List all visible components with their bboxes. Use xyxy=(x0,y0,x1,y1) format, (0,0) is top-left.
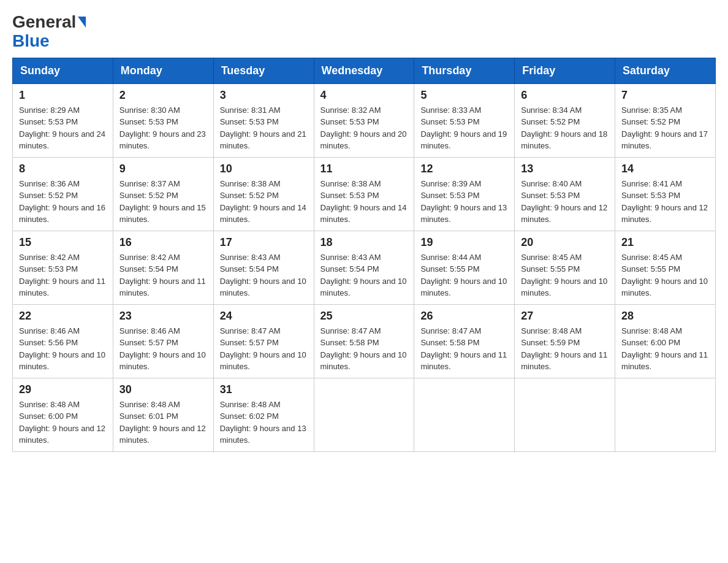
day-info: Sunrise: 8:45 AM Sunset: 5:55 PM Dayligh… xyxy=(621,251,709,299)
day-cell-12: 12 Sunrise: 8:39 AM Sunset: 5:53 PM Dayl… xyxy=(414,157,515,231)
header-tuesday: Tuesday xyxy=(213,58,314,83)
daylight-text: Daylight: 9 hours and 14 minutes. xyxy=(220,202,308,226)
daylight-text: Daylight: 9 hours and 10 minutes. xyxy=(420,275,508,299)
sunrise-text: Sunrise: 8:45 AM xyxy=(521,251,609,264)
page-header: General Blue xyxy=(12,12,716,52)
daylight-text: Daylight: 9 hours and 10 minutes. xyxy=(320,349,408,373)
daylight-text: Daylight: 9 hours and 14 minutes. xyxy=(320,202,408,226)
calendar-table: Sunday Monday Tuesday Wednesday Thursday… xyxy=(12,58,716,452)
day-info: Sunrise: 8:48 AM Sunset: 6:02 PM Dayligh… xyxy=(220,399,308,446)
daylight-text: Daylight: 9 hours and 10 minutes. xyxy=(19,349,107,373)
day-info: Sunrise: 8:39 AM Sunset: 5:53 PM Dayligh… xyxy=(420,178,508,226)
day-cell-28: 28 Sunrise: 8:48 AM Sunset: 6:00 PM Dayl… xyxy=(615,304,716,378)
sunset-text: Sunset: 6:02 PM xyxy=(220,410,308,423)
day-number: 17 xyxy=(220,236,308,249)
daylight-text: Daylight: 9 hours and 11 minutes. xyxy=(521,349,609,373)
sunset-text: Sunset: 5:53 PM xyxy=(19,263,107,275)
day-cell-1: 1 Sunrise: 8:29 AM Sunset: 5:53 PM Dayli… xyxy=(13,83,113,157)
day-number: 5 xyxy=(420,89,508,102)
day-info: Sunrise: 8:47 AM Sunset: 5:58 PM Dayligh… xyxy=(320,325,408,373)
day-info: Sunrise: 8:43 AM Sunset: 5:54 PM Dayligh… xyxy=(320,251,408,299)
day-number: 16 xyxy=(119,236,207,249)
day-cell-14: 14 Sunrise: 8:41 AM Sunset: 5:53 PM Dayl… xyxy=(615,157,716,231)
day-info: Sunrise: 8:37 AM Sunset: 5:52 PM Dayligh… xyxy=(119,178,207,226)
sunrise-text: Sunrise: 8:40 AM xyxy=(521,178,609,190)
sunrise-text: Sunrise: 8:29 AM xyxy=(19,104,107,117)
day-number: 24 xyxy=(220,310,308,323)
sunset-text: Sunset: 5:57 PM xyxy=(119,337,207,349)
day-cell-9: 9 Sunrise: 8:37 AM Sunset: 5:52 PM Dayli… xyxy=(113,157,213,231)
day-number: 29 xyxy=(19,383,107,396)
day-info: Sunrise: 8:46 AM Sunset: 5:56 PM Dayligh… xyxy=(19,325,107,373)
sunset-text: Sunset: 5:58 PM xyxy=(320,337,408,349)
day-number: 30 xyxy=(119,383,207,396)
daylight-text: Daylight: 9 hours and 12 minutes. xyxy=(521,202,609,226)
sunrise-text: Sunrise: 8:42 AM xyxy=(119,251,207,264)
daylight-text: Daylight: 9 hours and 18 minutes. xyxy=(521,128,609,152)
day-number: 22 xyxy=(19,310,107,323)
day-cell-18: 18 Sunrise: 8:43 AM Sunset: 5:54 PM Dayl… xyxy=(314,231,414,304)
sunrise-text: Sunrise: 8:48 AM xyxy=(119,399,207,411)
day-cell-7: 7 Sunrise: 8:35 AM Sunset: 5:52 PM Dayli… xyxy=(615,83,716,157)
sunrise-text: Sunrise: 8:35 AM xyxy=(621,104,709,117)
sunset-text: Sunset: 5:57 PM xyxy=(220,337,308,349)
sunset-text: Sunset: 5:53 PM xyxy=(119,116,207,128)
day-cell-21: 21 Sunrise: 8:45 AM Sunset: 5:55 PM Dayl… xyxy=(615,231,716,304)
sunset-text: Sunset: 5:56 PM xyxy=(19,337,107,349)
day-number: 13 xyxy=(521,163,609,175)
day-cell-26: 26 Sunrise: 8:47 AM Sunset: 5:58 PM Dayl… xyxy=(414,304,515,378)
day-info: Sunrise: 8:29 AM Sunset: 5:53 PM Dayligh… xyxy=(19,104,107,152)
daylight-text: Daylight: 9 hours and 11 minutes. xyxy=(420,349,508,373)
day-cell-13: 13 Sunrise: 8:40 AM Sunset: 5:53 PM Dayl… xyxy=(515,157,615,231)
weekday-header-row: Sunday Monday Tuesday Wednesday Thursday… xyxy=(13,58,716,83)
sunset-text: Sunset: 5:53 PM xyxy=(320,116,408,128)
day-cell-16: 16 Sunrise: 8:42 AM Sunset: 5:54 PM Dayl… xyxy=(113,231,213,304)
daylight-text: Daylight: 9 hours and 10 minutes. xyxy=(220,349,308,373)
sunset-text: Sunset: 5:53 PM xyxy=(420,190,508,202)
sunset-text: Sunset: 5:54 PM xyxy=(119,263,207,275)
day-number: 23 xyxy=(119,310,207,323)
day-info: Sunrise: 8:32 AM Sunset: 5:53 PM Dayligh… xyxy=(320,104,408,152)
day-info: Sunrise: 8:47 AM Sunset: 5:58 PM Dayligh… xyxy=(420,325,508,373)
day-info: Sunrise: 8:42 AM Sunset: 5:54 PM Dayligh… xyxy=(119,251,207,299)
daylight-text: Daylight: 9 hours and 10 minutes. xyxy=(621,275,709,299)
day-cell-2: 2 Sunrise: 8:30 AM Sunset: 5:53 PM Dayli… xyxy=(113,83,213,157)
sunrise-text: Sunrise: 8:47 AM xyxy=(420,325,508,337)
sunrise-text: Sunrise: 8:38 AM xyxy=(320,178,408,190)
logo-blue-text: Blue xyxy=(12,31,86,52)
week-row-5: 29 Sunrise: 8:48 AM Sunset: 6:00 PM Dayl… xyxy=(13,378,716,451)
day-cell-32 xyxy=(314,378,414,451)
day-number: 12 xyxy=(420,163,508,175)
sunrise-text: Sunrise: 8:33 AM xyxy=(420,104,508,117)
sunset-text: Sunset: 5:53 PM xyxy=(621,190,709,202)
sunset-text: Sunset: 5:52 PM xyxy=(220,190,308,202)
sunset-text: Sunset: 5:52 PM xyxy=(621,116,709,128)
day-info: Sunrise: 8:48 AM Sunset: 6:00 PM Dayligh… xyxy=(19,399,107,446)
sunrise-text: Sunrise: 8:37 AM xyxy=(119,178,207,190)
day-info: Sunrise: 8:48 AM Sunset: 6:00 PM Dayligh… xyxy=(621,325,709,373)
day-info: Sunrise: 8:30 AM Sunset: 5:53 PM Dayligh… xyxy=(119,104,207,152)
sunrise-text: Sunrise: 8:46 AM xyxy=(19,325,107,337)
day-info: Sunrise: 8:35 AM Sunset: 5:52 PM Dayligh… xyxy=(621,104,709,152)
sunset-text: Sunset: 5:58 PM xyxy=(420,337,508,349)
day-number: 18 xyxy=(320,236,408,249)
day-number: 4 xyxy=(320,89,408,102)
day-number: 28 xyxy=(621,310,709,323)
sunrise-text: Sunrise: 8:48 AM xyxy=(621,325,709,337)
day-number: 25 xyxy=(320,310,408,323)
sunset-text: Sunset: 5:53 PM xyxy=(420,116,508,128)
sunset-text: Sunset: 5:53 PM xyxy=(521,190,609,202)
day-cell-19: 19 Sunrise: 8:44 AM Sunset: 5:55 PM Dayl… xyxy=(414,231,515,304)
week-row-1: 1 Sunrise: 8:29 AM Sunset: 5:53 PM Dayli… xyxy=(13,83,716,157)
day-number: 20 xyxy=(521,236,609,249)
header-sunday: Sunday xyxy=(13,58,113,83)
daylight-text: Daylight: 9 hours and 11 minutes. xyxy=(621,349,709,373)
sunrise-text: Sunrise: 8:46 AM xyxy=(119,325,207,337)
day-info: Sunrise: 8:34 AM Sunset: 5:52 PM Dayligh… xyxy=(521,104,609,152)
sunset-text: Sunset: 5:59 PM xyxy=(521,337,609,349)
day-cell-4: 4 Sunrise: 8:32 AM Sunset: 5:53 PM Dayli… xyxy=(314,83,414,157)
day-info: Sunrise: 8:44 AM Sunset: 5:55 PM Dayligh… xyxy=(420,251,508,299)
sunrise-text: Sunrise: 8:38 AM xyxy=(220,178,308,190)
day-info: Sunrise: 8:45 AM Sunset: 5:55 PM Dayligh… xyxy=(521,251,609,299)
sunset-text: Sunset: 5:53 PM xyxy=(220,116,308,128)
